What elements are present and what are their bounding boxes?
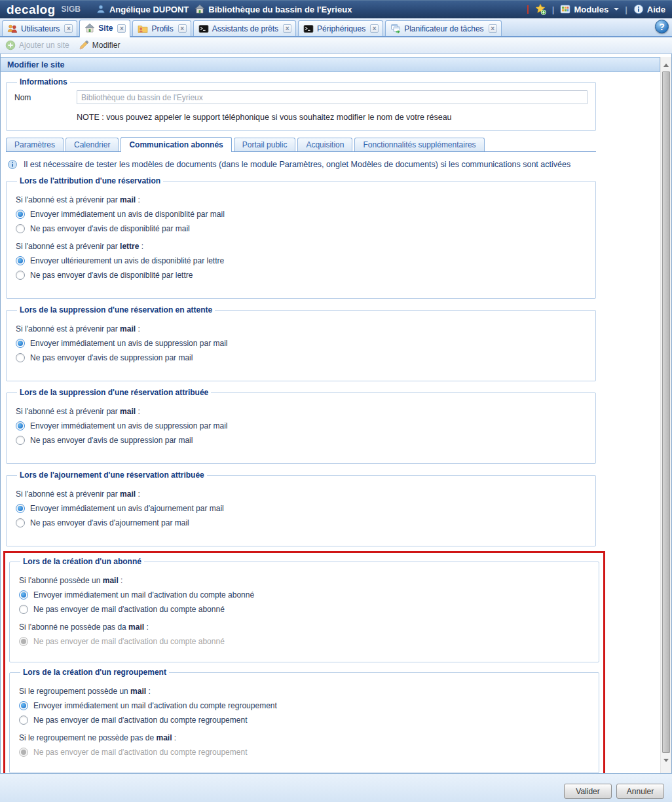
group-label: Si l'abonné est à prévenir par mail : bbox=[16, 407, 588, 416]
current-site-name: Bibliothèque du bassin de l'Eyrieux bbox=[208, 5, 352, 14]
option-row: Envoyer immédiatement un avis de suppres… bbox=[16, 421, 588, 430]
aide-button[interactable]: Aide bbox=[633, 4, 665, 14]
nom-row: Nom bbox=[14, 90, 588, 104]
option-row: Envoyer immédiatement un mail d'activati… bbox=[19, 590, 591, 600]
tab-calendrier[interactable]: Calendrier bbox=[65, 138, 119, 151]
favorites-star-icon[interactable] bbox=[534, 3, 546, 15]
radio-label: Ne pas envoyer d'avis d'ajournement par … bbox=[30, 518, 189, 527]
modules-label: Modules bbox=[574, 5, 608, 14]
radio-button[interactable] bbox=[19, 590, 28, 600]
option-row: Ne pas envoyer d'avis de suppression par… bbox=[16, 436, 588, 445]
tab-portail-public[interactable]: Portail public bbox=[234, 138, 296, 151]
group-label: Si l'abonné ne possède pas da mail : bbox=[19, 622, 591, 632]
modules-button[interactable]: Modules bbox=[560, 4, 619, 14]
user-icon bbox=[96, 4, 106, 14]
scroll-up-arrow-icon[interactable] bbox=[661, 60, 671, 69]
radio-label: Envoyer immédiatement un mail d'activati… bbox=[33, 590, 254, 600]
annuler-button[interactable]: Annuler bbox=[616, 784, 664, 799]
tab-close-icon[interactable]: × bbox=[178, 24, 187, 33]
option-row: Envoyer immédiatement un avis de suppres… bbox=[16, 339, 588, 348]
radio-label: Ne pas envoyer d'avis de disponiblité pa… bbox=[30, 224, 190, 233]
tab-acquisition[interactable]: Acquisition bbox=[297, 138, 352, 151]
topbar: decalog SIGB Angélique DUPONT Bibliothèq… bbox=[0, 0, 672, 18]
scroll-down-arrow-icon[interactable] bbox=[661, 755, 671, 765]
info-icon bbox=[7, 159, 18, 170]
section-suppression-reservation-attente: Lors de la suppression d'une réservation… bbox=[6, 305, 596, 381]
radio-label: Ne pas envoyer d'avis de disponiblité pa… bbox=[30, 271, 193, 280]
radio-button[interactable] bbox=[19, 605, 28, 614]
main-column: Modifier le site Informations Nom NOTE :… bbox=[1, 57, 660, 773]
info-message-text: Il est nécessaire de tester les modèles … bbox=[24, 160, 570, 169]
tab-communication-abonnes[interactable]: Communication abonnés bbox=[121, 137, 231, 152]
radio-label: Ne pas envoyer de mail d'activation du c… bbox=[33, 637, 225, 646]
page-title: Modifier le site bbox=[1, 57, 660, 72]
radio-button[interactable] bbox=[16, 421, 25, 430]
radio-label: Envoyer immédiatement un avis d'ajournem… bbox=[30, 504, 224, 513]
add-icon bbox=[5, 40, 16, 50]
users-icon bbox=[7, 24, 18, 34]
radio-label: Envoyer ultérieurement un avis de dispon… bbox=[30, 256, 224, 265]
radio-button[interactable] bbox=[16, 210, 25, 219]
current-user-name: Angélique DUPONT bbox=[109, 5, 189, 14]
add-site-button[interactable]: Ajouter un site bbox=[5, 40, 69, 50]
tab-profils[interactable]: Profils× bbox=[132, 20, 191, 36]
separator: | bbox=[552, 5, 555, 14]
tab-close-icon[interactable]: × bbox=[370, 24, 379, 33]
footer-bar: Valider Annuler bbox=[0, 773, 672, 802]
group-label: Si le regroupement ne possède pas de mai… bbox=[19, 733, 591, 742]
home-icon bbox=[84, 23, 95, 33]
tab-close-icon[interactable]: × bbox=[489, 24, 497, 33]
add-site-label: Ajouter un site bbox=[19, 41, 69, 50]
tab-label: Périphériques bbox=[317, 24, 365, 33]
note-text: NOTE : vous pouvez appeler le support té… bbox=[77, 113, 588, 122]
section-legend: Lors de la création d'un regroupement bbox=[20, 668, 169, 677]
help-button[interactable]: ? bbox=[655, 20, 669, 33]
tab-site[interactable]: Site× bbox=[79, 20, 130, 37]
sections-container: Lors de l'attribution d'une réservationS… bbox=[6, 176, 656, 773]
radio-button[interactable] bbox=[19, 716, 28, 725]
radio-button bbox=[19, 748, 28, 757]
radio-button[interactable] bbox=[16, 224, 25, 233]
tab-label: Planificateur de tâches bbox=[404, 24, 483, 33]
radio-button[interactable] bbox=[16, 518, 25, 527]
valider-button[interactable]: Valider bbox=[564, 784, 612, 799]
scrollbar-thumb[interactable] bbox=[662, 71, 670, 753]
radio-button[interactable] bbox=[16, 353, 25, 362]
sigb-logo-suffix: SIGB bbox=[62, 5, 81, 14]
radio-label: Ne pas envoyer de mail d'activation du c… bbox=[33, 716, 247, 725]
highlight-red-box: Lors de la création d'un abonnéSi l'abon… bbox=[3, 551, 605, 773]
tab-close-icon[interactable]: × bbox=[117, 24, 126, 33]
radio-button[interactable] bbox=[16, 436, 25, 445]
terminal-icon bbox=[198, 24, 209, 34]
option-row: Ne pas envoyer de mail d'activation du c… bbox=[19, 637, 591, 646]
tab-fonctionnalites-supplementaires[interactable]: Fonctionnalités supplémentaires bbox=[354, 138, 484, 151]
nom-input[interactable] bbox=[77, 90, 588, 104]
tab-close-icon[interactable]: × bbox=[64, 24, 73, 33]
section-attribution-reservation: Lors de l'attribution d'une réservationS… bbox=[6, 176, 596, 299]
section-suppression-reservation-attribuee: Lors de la suppression d'une réservation… bbox=[6, 388, 596, 464]
info-message-row: Il est nécessaire de tester les modèles … bbox=[7, 159, 656, 170]
tab-close-icon[interactable]: × bbox=[283, 24, 291, 33]
section-creation-abonne: Lors de la création d'un abonnéSi l'abon… bbox=[9, 557, 599, 662]
modify-button[interactable]: Modifier bbox=[79, 40, 121, 50]
section-legend: Lors de l'attribution d'une réservation bbox=[17, 176, 163, 185]
tab-assistants-de-prets[interactable]: Assistants de prêts× bbox=[193, 20, 296, 36]
radio-button[interactable] bbox=[19, 701, 28, 710]
radio-button[interactable] bbox=[16, 339, 25, 348]
tab-planificateur-de-taches[interactable]: Planificateur de tâches× bbox=[385, 20, 501, 36]
tab-utilisateurs[interactable]: Utilisateurs× bbox=[2, 20, 77, 36]
current-site[interactable]: Bibliothèque du bassin de l'Eyrieux bbox=[195, 4, 352, 14]
group-label: Si le regroupement possède un mail : bbox=[19, 687, 591, 696]
vertical-scrollbar[interactable] bbox=[660, 57, 671, 773]
current-user[interactable]: Angélique DUPONT bbox=[96, 4, 189, 14]
tab-peripheriques[interactable]: Périphériques× bbox=[298, 20, 383, 36]
folder-user-icon bbox=[138, 24, 148, 34]
favorites-indicator bbox=[527, 5, 529, 14]
tab-label: Utilisateurs bbox=[21, 24, 60, 33]
section-ajournement-reservation-attribuee: Lors de l'ajournement d'une réservation … bbox=[6, 470, 596, 546]
radio-label: Ne pas envoyer de mail d'activation du c… bbox=[33, 605, 225, 614]
radio-button[interactable] bbox=[16, 271, 25, 280]
radio-button[interactable] bbox=[16, 504, 25, 513]
radio-button[interactable] bbox=[16, 256, 25, 265]
tab-parametres[interactable]: Paramètres bbox=[6, 138, 64, 151]
